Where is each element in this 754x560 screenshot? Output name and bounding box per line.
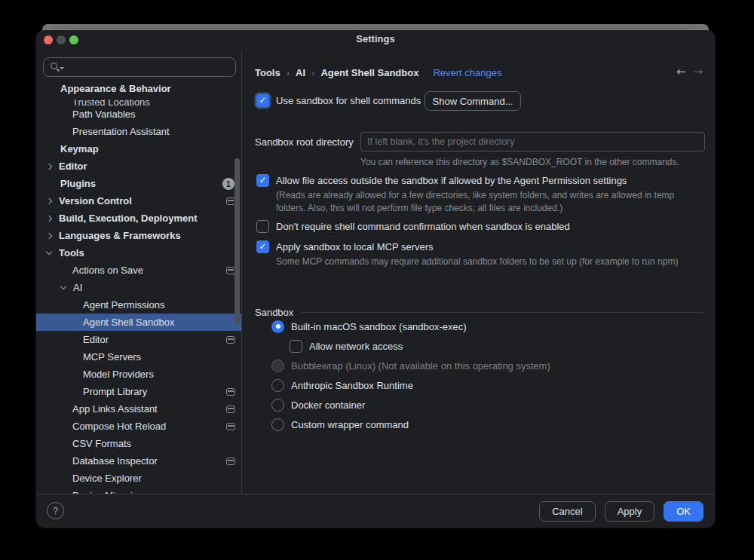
help-button[interactable]: ?	[47, 502, 64, 519]
option-row-built-in-macos-sandbox-sandbox: Built-in macOS sandbox (sandbox-exec)	[271, 317, 550, 336]
radio-anthropic-sandbox-runtime[interactable]	[271, 379, 284, 392]
sidebar-item-editor[interactable]: Editor	[36, 158, 241, 175]
settings-scope-icon	[226, 336, 235, 344]
chevron-right-icon[interactable]	[46, 215, 52, 221]
sidebar-item-label: Build, Execution, Deployment	[59, 213, 197, 224]
breadcrumb: Tools›AI›Agent Shell SandboxRevert chang…	[255, 65, 501, 80]
chevron-down-icon[interactable]	[60, 283, 66, 289]
sidebar-item-agent-shell-sandbox[interactable]: Agent Shell Sandbox	[36, 314, 241, 331]
sidebar-item-device-explorer[interactable]: Device Explorer	[36, 470, 241, 487]
forward-arrow-icon[interactable]: →	[694, 65, 703, 78]
settings-window: Settings Trusted LocationsPath Variables…	[36, 24, 715, 528]
sidebar-item-label: Compose Hot Reload	[72, 421, 166, 432]
back-arrow-icon[interactable]: ←	[676, 65, 686, 78]
sidebar-item-actions-on-save[interactable]: Actions on Save	[36, 262, 241, 279]
sidebar-item-label: Actions on Save	[72, 265, 143, 276]
sidebar-item-editor[interactable]: Editor	[36, 331, 241, 348]
option-row-docker-container: Docker container	[271, 395, 550, 415]
sidebar-item-label: Languages & Frameworks	[59, 230, 181, 241]
sidebar-item-app-links-assistant[interactable]: App Links Assistant	[36, 400, 241, 418]
chevron-right-icon[interactable]	[46, 163, 52, 169]
toggle-row-allow-file-access-outside-the-: Allow file access outside the sandbox if…	[256, 174, 627, 187]
option-child-row: Allow network access	[271, 336, 550, 356]
checkbox-allow-network-access[interactable]	[290, 340, 302, 353]
sidebar-item-version-control[interactable]: Version Control	[36, 192, 241, 210]
sidebar-item-agent-permissions[interactable]: Agent Permissions	[36, 296, 241, 314]
toggle-label: Apply sandbox to local MCP servers	[276, 241, 434, 252]
ok-button[interactable]: OK	[664, 501, 703, 522]
titlebar: Settings	[36, 30, 715, 50]
plugin-count-badge: 1	[222, 178, 234, 190]
breadcrumb-item-ai[interactable]: AI	[296, 67, 305, 78]
sidebar-item-compose-hot-reload[interactable]: Compose Hot Reload	[36, 418, 241, 435]
toggle-comment: (Reads are already allowed for a few dir…	[276, 189, 702, 214]
sidebar-item-tools[interactable]: Tools	[36, 244, 241, 262]
sidebar-item-ai[interactable]: AI	[36, 279, 241, 296]
settings-scope-icon	[226, 423, 235, 430]
checkbox-use-sandbox[interactable]	[256, 94, 269, 107]
sidebar-scrollbar[interactable]	[234, 158, 240, 324]
option-label: Custom wrapper command	[291, 419, 409, 430]
breadcrumb-separator: ›	[311, 67, 314, 78]
root-dir-label: Sandbox root directory	[255, 136, 354, 148]
sidebar-item-label: Prompt Library	[83, 386, 147, 397]
radio-bubblewrap-linux-not-available	[271, 360, 284, 372]
checkbox-allow-file-access-outside-the-[interactable]	[256, 174, 269, 187]
use-sandbox-row: Use sandbox for shell commands	[256, 94, 421, 107]
search-options-caret-icon[interactable]	[60, 67, 64, 69]
window-title: Settings	[36, 33, 715, 44]
sidebar-item-presentation-assistant[interactable]: Presentation Assistant	[36, 123, 241, 140]
footer-buttons: Cancel Apply OK	[539, 501, 703, 522]
radio-docker-container[interactable]	[271, 399, 284, 412]
toggle-label: Don't require shell command confirmation…	[276, 221, 570, 232]
settings-scope-icon	[226, 405, 235, 413]
option-label: Bubblewrap (Linux) (Not available on thi…	[291, 360, 550, 372]
sidebar-item-label: Agent Shell Sandbox	[83, 317, 174, 328]
sidebar-item-label: Tools	[59, 247, 84, 259]
sidebar-item-database-inspector[interactable]: Database Inspector	[36, 452, 241, 470]
settings-dialog: Settings Trusted LocationsPath Variables…	[36, 30, 715, 528]
breadcrumb-item-tools[interactable]: Tools	[255, 67, 280, 78]
checkbox-don-t-require-shell-command-co[interactable]	[256, 220, 269, 233]
root-dir-input[interactable]	[360, 132, 705, 151]
root-dir-help: You can reference this directory as $SAN…	[360, 156, 679, 169]
search-input[interactable]	[66, 59, 231, 75]
child-checkbox-label: Allow network access	[309, 341, 403, 352]
sidebar-item-label: Version Control	[59, 195, 132, 207]
toggle-comment: Some MCP commands may require additional…	[276, 256, 678, 268]
dialog-footer: ? Cancel Apply OK	[36, 494, 715, 528]
sidebar-item-label: Agent Permissions	[83, 299, 164, 311]
breadcrumb-item-agent-shell-sandbox[interactable]: Agent Shell Sandbox	[320, 67, 418, 78]
toggle-row-apply-sandbox-to-local-mcp-ser: Apply sandbox to local MCP servers	[256, 240, 434, 253]
sidebar-item-keymap[interactable]: Keymap	[36, 140, 241, 158]
sidebar-sticky-header[interactable]: Appearance & Behavior	[36, 80, 241, 99]
sidebar-item-build-execution-deployment[interactable]: Build, Execution, Deployment	[36, 210, 241, 227]
history-nav: ← →	[676, 65, 711, 78]
option-row-custom-wrapper-command: Custom wrapper command	[271, 415, 550, 434]
apply-button[interactable]: Apply	[605, 501, 655, 522]
sidebar-item-csv-formats[interactable]: CSV Formats	[36, 435, 241, 452]
sidebar-item-label: MCP Servers	[83, 351, 141, 363]
radio-custom-wrapper-command[interactable]	[271, 418, 284, 431]
sidebar-item-languages-frameworks[interactable]: Languages & Frameworks	[36, 227, 241, 244]
sidebar-item-label: Editor	[59, 161, 87, 172]
sidebar-item-plugins[interactable]: Plugins1	[36, 175, 241, 192]
checkbox-apply-sandbox-to-local-mcp-ser[interactable]	[256, 240, 269, 253]
option-label: Anthropic Sandbox Runtime	[291, 380, 413, 391]
chevron-down-icon[interactable]	[46, 249, 52, 255]
chevron-right-icon[interactable]	[46, 232, 52, 238]
sidebar-item-model-providers[interactable]: Model Providers	[36, 366, 241, 383]
sidebar-item-prompt-library[interactable]: Prompt Library	[36, 383, 241, 400]
cancel-button[interactable]: Cancel	[539, 501, 595, 522]
sidebar-item-label: Editor	[83, 334, 109, 345]
sidebar-divider	[241, 50, 242, 494]
sidebar-item-label: Plugins	[60, 178, 96, 189]
revert-changes-link[interactable]: Revert changes	[433, 67, 501, 78]
show-command-button[interactable]: Show Command...	[425, 91, 521, 111]
radio-built-in-macos-sandbox-sandbox[interactable]	[271, 320, 284, 333]
sidebar-item-label: App Links Assistant	[72, 403, 158, 415]
chevron-right-icon[interactable]	[46, 197, 52, 203]
sidebar-item-label: Model Providers	[83, 369, 154, 380]
settings-search-field[interactable]	[43, 57, 236, 77]
sidebar-item-mcp-servers[interactable]: MCP Servers	[36, 348, 241, 366]
